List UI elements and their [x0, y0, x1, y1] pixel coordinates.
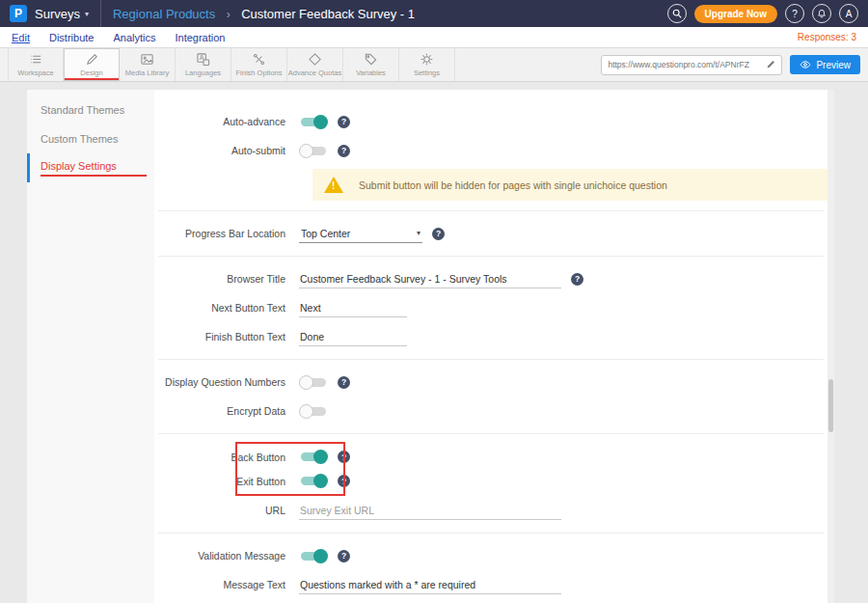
- tab-finish-options[interactable]: Finish Options: [231, 48, 287, 81]
- auto-submit-toggle[interactable]: [299, 144, 328, 158]
- search-button[interactable]: [667, 4, 687, 23]
- help-icon[interactable]: ?: [338, 116, 350, 128]
- survey-url-text: https://www.questionpro.com/t/APNrFZ: [608, 60, 761, 69]
- tab-workspace[interactable]: Workspace: [8, 48, 64, 81]
- exit-button-toggle[interactable]: [299, 474, 328, 488]
- help-icon[interactable]: ?: [338, 451, 350, 463]
- validation-message-label: Validation Message: [154, 550, 299, 562]
- exit-url-input[interactable]: [299, 502, 561, 520]
- finish-button-text-input[interactable]: [299, 328, 407, 346]
- finish-button-text-label: Finish Button Text: [154, 331, 299, 343]
- sidebar-item-label: Custom Themes: [41, 133, 119, 145]
- bell-icon: [816, 8, 827, 19]
- tab-variables[interactable]: Variables: [343, 48, 399, 81]
- chevron-down-icon: ▾: [85, 10, 89, 18]
- help-icon[interactable]: ?: [338, 145, 350, 157]
- avatar[interactable]: A: [839, 4, 858, 23]
- display-settings-panel: Auto-advance ? Auto-submit ? ! Submit bu…: [154, 90, 827, 603]
- surveys-label: Surveys: [35, 7, 80, 21]
- variables-icon: [364, 52, 378, 67]
- back-button-row: Back Button ?: [154, 445, 827, 469]
- submit-hidden-warning: ! Submit button will be hidden for pages…: [312, 169, 827, 201]
- topbar-divider: [100, 0, 101, 27]
- tab-label: Design: [80, 69, 102, 77]
- help-button[interactable]: ?: [785, 4, 804, 23]
- help-icon[interactable]: ?: [338, 550, 350, 562]
- upgrade-now-button[interactable]: Upgrade Now: [694, 5, 777, 23]
- encrypt-data-toggle[interactable]: [299, 404, 328, 419]
- sidebar-item-display-settings[interactable]: Display Settings: [27, 153, 154, 182]
- topbar-left: P Surveys ▾ Regional Products › Customer…: [10, 0, 415, 27]
- breadcrumb-folder[interactable]: Regional Products: [113, 7, 215, 21]
- help-icon[interactable]: ?: [571, 273, 583, 286]
- settings-gear-icon: [420, 52, 434, 67]
- preview-label: Preview: [816, 60, 851, 70]
- tab-advance-quotas[interactable]: Advance Quotas: [287, 48, 343, 81]
- tab-settings[interactable]: Settings: [399, 48, 455, 81]
- tab-media-library[interactable]: Media Library: [120, 48, 176, 81]
- surveys-menu[interactable]: Surveys ▾: [35, 7, 89, 21]
- menu-item-distribute[interactable]: Distribute: [49, 32, 94, 43]
- progress-bar-location-row: Progress Bar Location Top Center ▾ ?: [154, 219, 827, 248]
- message-text-label: Message Text: [154, 579, 299, 590]
- tab-label: Media Library: [125, 69, 169, 77]
- design-toolbar: Workspace Design Media Library A Languag…: [0, 47, 868, 82]
- languages-icon: A: [196, 52, 210, 67]
- workspace-icon: [29, 52, 43, 67]
- responses-count[interactable]: Responses: 3: [798, 32, 856, 42]
- breadcrumb-separator: ›: [227, 8, 231, 21]
- tab-design[interactable]: Design: [64, 48, 120, 81]
- main-menu-bar: Edit Distribute Analytics Integration Re…: [0, 27, 868, 47]
- tab-label: Finish Options: [236, 69, 283, 77]
- preview-button[interactable]: Preview: [790, 55, 860, 74]
- warning-text: Submit button will be hidden for pages w…: [359, 179, 667, 191]
- exit-button-row: Exit Button ?: [154, 469, 827, 493]
- advance-quotas-icon: [308, 52, 322, 67]
- search-icon: [671, 8, 683, 19]
- tab-label: Workspace: [17, 69, 53, 77]
- content-area: Standard Themes Custom Themes Display Se…: [0, 82, 868, 603]
- section-divider: [158, 210, 824, 211]
- exit-url-row: URL: [154, 496, 827, 525]
- sidebar-item-custom-themes[interactable]: Custom Themes: [27, 124, 154, 153]
- help-icon[interactable]: ?: [338, 376, 350, 389]
- browser-title-input[interactable]: [299, 270, 561, 288]
- progress-bar-location-select[interactable]: Top Center ▾: [299, 225, 422, 243]
- next-button-text-row: Next Button Text: [154, 293, 827, 322]
- breadcrumb: Regional Products › Customer Feedback Su…: [113, 5, 415, 22]
- menu-item-analytics[interactable]: Analytics: [113, 32, 155, 43]
- help-icon[interactable]: ?: [432, 228, 445, 240]
- auto-advance-label: Auto-advance: [154, 116, 299, 127]
- progress-bar-location-label: Progress Bar Location: [154, 228, 299, 239]
- auto-advance-row: Auto-advance ?: [154, 107, 827, 136]
- auto-advance-toggle[interactable]: [299, 115, 328, 129]
- menu-item-integration[interactable]: Integration: [175, 32, 225, 43]
- sidebar-item-label: Display Settings: [41, 160, 147, 177]
- encrypt-data-label: Encrypt Data: [154, 405, 299, 417]
- tab-languages[interactable]: A Languages: [176, 48, 231, 81]
- exit-url-label: URL: [154, 505, 299, 516]
- help-icon[interactable]: ?: [338, 475, 350, 487]
- scrollbar[interactable]: [827, 90, 834, 603]
- message-text-input[interactable]: [299, 576, 561, 594]
- message-text-row: Message Text: [154, 570, 827, 599]
- toolbar-right: https://www.questionpro.com/t/APNrFZ Pre…: [601, 48, 860, 81]
- notifications-button[interactable]: [812, 4, 831, 23]
- display-question-numbers-label: Display Question Numbers: [154, 376, 299, 388]
- next-button-text-input[interactable]: [299, 299, 407, 317]
- survey-url-field[interactable]: https://www.questionpro.com/t/APNrFZ: [601, 55, 782, 75]
- menu-item-edit[interactable]: Edit: [12, 32, 30, 43]
- section-divider: [158, 256, 824, 257]
- tab-label: Advance Quotas: [288, 69, 341, 77]
- display-question-numbers-toggle[interactable]: [299, 375, 328, 390]
- scrollbar-thumb[interactable]: [828, 379, 833, 432]
- validation-message-toggle[interactable]: [299, 549, 328, 563]
- encrypt-data-row: Encrypt Data: [154, 397, 827, 425]
- section-divider: [158, 533, 824, 534]
- questionpro-logo[interactable]: P: [10, 5, 27, 22]
- edit-pencil-icon[interactable]: [766, 60, 775, 69]
- back-button-toggle[interactable]: [299, 450, 328, 464]
- social-network-toolbar-row: Social Network Toolbar ?: [154, 599, 827, 603]
- sidebar-item-standard-themes[interactable]: Standard Themes: [27, 96, 154, 124]
- breadcrumb-survey-title: Customer Feedback Survey - 1: [241, 7, 415, 21]
